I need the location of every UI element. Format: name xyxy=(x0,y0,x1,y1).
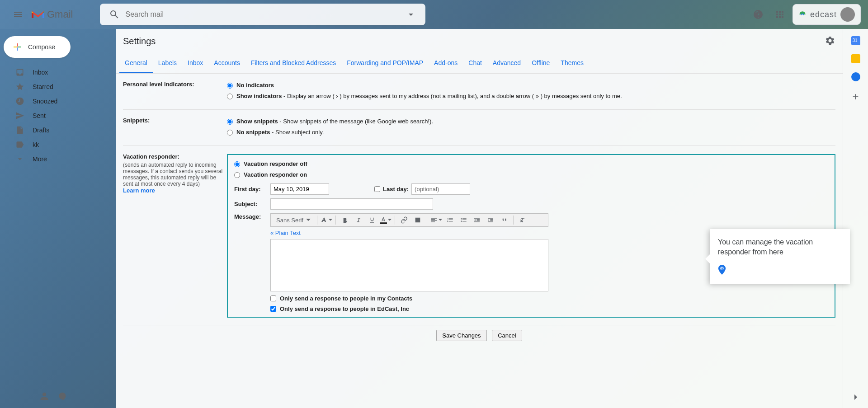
radio-description: - Display an arrow ( › ) by messages sen… xyxy=(282,93,622,99)
org-only-checkbox[interactable] xyxy=(270,306,276,312)
sidebar-item-sent[interactable]: Sent xyxy=(4,108,112,123)
gmail-logo[interactable]: Gmail xyxy=(31,9,73,20)
italic-button[interactable] xyxy=(352,215,365,225)
remove-formatting-button[interactable] xyxy=(516,215,529,225)
align-button[interactable] xyxy=(430,215,443,225)
link-button[interactable] xyxy=(398,215,410,225)
compose-button[interactable]: Compose xyxy=(4,36,71,58)
radio-no-indicators[interactable] xyxy=(227,83,233,89)
message-textarea[interactable] xyxy=(270,239,548,291)
settings-gear-button[interactable] xyxy=(825,35,835,47)
text-color-button[interactable] xyxy=(379,215,392,225)
settings-header: Settings xyxy=(116,29,843,54)
sidebar-item-more[interactable]: More xyxy=(4,152,112,166)
hide-panel-button[interactable] xyxy=(850,392,861,403)
last-day-input[interactable] xyxy=(411,183,470,195)
font-family-dropdown[interactable]: Sans Serif xyxy=(273,217,314,224)
formatting-toolbar: Sans Serif xyxy=(270,213,548,227)
tab-forwarding[interactable]: Forwarding and POP/IMAP xyxy=(341,54,429,73)
header-right-icons: edcast xyxy=(749,4,861,25)
chevron-down-icon xyxy=(15,155,24,164)
setting-label: Personal level indicators: xyxy=(123,81,227,102)
tab-addons[interactable]: Add-ons xyxy=(429,54,463,73)
tab-offline[interactable]: Offline xyxy=(526,54,555,73)
radio-description: - Show snippets of the message (like Goo… xyxy=(278,118,433,125)
tab-filters[interactable]: Filters and Blocked Addresses xyxy=(245,54,341,73)
search-options-dropdown-icon[interactable] xyxy=(406,9,416,20)
radio-vacation-on[interactable] xyxy=(234,172,240,178)
tab-themes[interactable]: Themes xyxy=(555,54,589,73)
brand-wifi-icon xyxy=(798,10,807,19)
radio-label: No indicators xyxy=(236,82,274,89)
radio-vacation-off[interactable] xyxy=(234,161,240,167)
quote-button[interactable] xyxy=(498,215,510,225)
align-icon xyxy=(430,216,438,224)
google-apps-button[interactable] xyxy=(771,5,789,23)
radio-show-indicators[interactable] xyxy=(227,94,233,99)
save-changes-button[interactable]: Save Changes xyxy=(436,330,486,341)
bullet-list-icon xyxy=(460,216,467,224)
main-area: Compose Inbox Starred Snoozed Sent Draft… xyxy=(0,29,868,408)
image-icon xyxy=(414,216,421,224)
tab-general[interactable]: General xyxy=(119,54,153,73)
gmail-m-icon xyxy=(31,9,45,20)
tab-inbox[interactable]: Inbox xyxy=(182,54,208,73)
tab-advanced[interactable]: Advanced xyxy=(487,54,526,73)
search-box[interactable] xyxy=(100,4,425,25)
indent-less-button[interactable] xyxy=(471,215,483,225)
image-button[interactable] xyxy=(411,215,424,225)
star-icon xyxy=(15,82,24,91)
tab-labels[interactable]: Labels xyxy=(153,54,182,73)
message-label: Message: xyxy=(234,213,270,220)
radio-no-snippets[interactable] xyxy=(227,130,233,136)
hangouts-icon[interactable] xyxy=(58,392,67,401)
indent-more-button[interactable] xyxy=(484,215,497,225)
settings-tabs: General Labels Inbox Accounts Filters an… xyxy=(116,54,843,74)
numbered-list-button[interactable] xyxy=(443,215,456,225)
search-input[interactable] xyxy=(125,10,400,19)
compose-label: Compose xyxy=(28,43,55,51)
sidebar-label: Snoozed xyxy=(33,98,57,105)
sidebar-item-drafts[interactable]: Drafts xyxy=(4,123,112,137)
gear-icon xyxy=(825,35,835,46)
support-button[interactable] xyxy=(749,5,767,23)
sidebar-item-kk[interactable]: kk xyxy=(4,137,112,152)
keep-addon-button[interactable] xyxy=(851,54,860,63)
setting-personal-level: Personal level indicators: No indicators… xyxy=(123,74,835,110)
first-day-label: First day: xyxy=(234,186,270,192)
tasks-addon-button[interactable] xyxy=(851,72,860,81)
user-avatar[interactable] xyxy=(840,7,855,22)
bullet-list-button[interactable] xyxy=(457,215,470,225)
brand-box[interactable]: edcast xyxy=(793,4,861,25)
radio-show-snippets[interactable] xyxy=(227,119,233,125)
cancel-button[interactable]: Cancel xyxy=(492,330,522,341)
bold-icon xyxy=(341,216,349,224)
plain-text-link[interactable]: « Plain Text xyxy=(270,230,301,236)
last-day-checkbox[interactable] xyxy=(374,186,380,192)
calendar-addon-button[interactable] xyxy=(851,36,860,45)
main-menu-button[interactable] xyxy=(7,4,29,25)
page-title: Settings xyxy=(123,36,156,47)
font-size-button[interactable] xyxy=(320,215,333,225)
person-icon[interactable] xyxy=(40,392,49,401)
underline-button[interactable] xyxy=(366,215,378,225)
contacts-only-checkbox[interactable] xyxy=(270,295,276,301)
sidebar-item-snoozed[interactable]: Snoozed xyxy=(4,94,112,108)
send-icon xyxy=(15,111,24,120)
radio-label: Vacation responder on xyxy=(244,171,307,178)
sidebar-item-inbox[interactable]: Inbox xyxy=(4,65,112,80)
get-addons-button[interactable]: + xyxy=(852,90,859,103)
subject-input[interactable] xyxy=(270,198,433,210)
tab-accounts[interactable]: Accounts xyxy=(208,54,245,73)
guide-tooltip: You can manage the vacation responder fr… xyxy=(710,229,850,284)
learn-more-link[interactable]: Learn more xyxy=(123,187,227,194)
tab-chat[interactable]: Chat xyxy=(463,54,487,73)
remove-format-icon xyxy=(519,216,526,224)
sidebar-item-starred[interactable]: Starred xyxy=(4,80,112,94)
setting-label: Vacation responder: xyxy=(123,153,227,160)
clock-icon xyxy=(15,97,24,106)
first-day-input[interactable] xyxy=(270,183,329,195)
numbered-list-icon xyxy=(446,216,453,224)
svg-text:G: G xyxy=(721,267,723,270)
bold-button[interactable] xyxy=(339,215,351,225)
